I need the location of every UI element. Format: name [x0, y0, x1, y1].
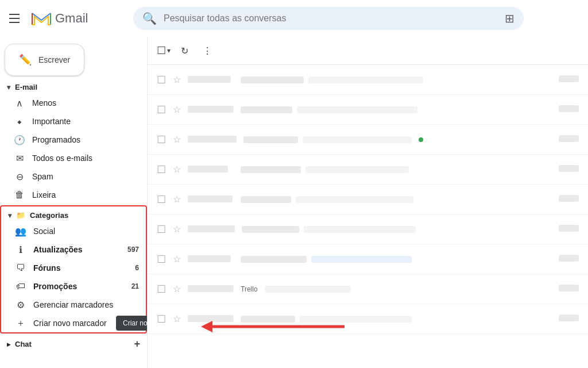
search-icon: 🔍	[142, 12, 157, 25]
email-sender	[188, 105, 234, 114]
sidebar-item-promocoes[interactable]: 🏷 Promoções 21	[1, 277, 146, 296]
todos-icon: ✉	[14, 153, 25, 164]
table-row[interactable]: ☐ ☆	[148, 244, 588, 274]
email-sender	[188, 165, 234, 174]
table-row[interactable]: ☐ ☆ Trello	[148, 274, 588, 304]
pencil-icon: ✏️	[19, 53, 32, 66]
email-sender	[188, 195, 234, 204]
foruns-count: 6	[135, 264, 139, 272]
table-row[interactable]: ☐ ☆	[148, 304, 588, 334]
row-star[interactable]: ☆	[173, 224, 181, 235]
programados-icon: 🕐	[14, 135, 25, 145]
email-content: Trello	[241, 285, 537, 293]
row-star[interactable]: ☆	[173, 283, 181, 294]
refresh-button[interactable]: ↻	[175, 41, 194, 60]
menos-icon: ∧	[14, 98, 25, 109]
chat-arrow-icon: ▸	[7, 340, 10, 348]
sidebar-item-todos[interactable]: ✉ Todos os e-mails	[0, 149, 147, 167]
sidebar-item-atualizacoes[interactable]: ℹ Atualizações 597	[1, 240, 146, 259]
tune-icon[interactable]: ⊞	[505, 12, 514, 25]
sidebar-item-menos[interactable]: ∧ Menos	[0, 94, 147, 112]
row-star[interactable]: ☆	[173, 194, 181, 205]
email-date	[544, 165, 579, 174]
sidebar-item-importante[interactable]: ⬥ Importante	[0, 112, 147, 131]
body: ✏️ Escrever ▾ E-mail ∧ Menos ⬥ Important…	[0, 37, 588, 368]
more-button[interactable]: ⋮	[198, 41, 216, 60]
search-input[interactable]	[164, 13, 498, 24]
header: Gmail 🔍 ⊞	[0, 0, 588, 37]
menu-icon[interactable]	[9, 12, 23, 25]
compose-label: Escrever	[38, 55, 70, 64]
email-sender	[188, 315, 234, 324]
main-content: ☐ ▾ ↻ ⋮ ☐ ☆	[147, 37, 588, 368]
gmail-logo: Gmail	[30, 10, 88, 27]
sidebar-item-programados[interactable]: 🕐 Programados	[0, 131, 147, 149]
row-star[interactable]: ☆	[173, 134, 181, 145]
row-star[interactable]: ☆	[173, 313, 181, 324]
compose-button[interactable]: ✏️ Escrever	[5, 44, 84, 76]
table-row[interactable]: ☐ ☆	[148, 155, 588, 185]
email-content	[241, 166, 537, 173]
categories-section-header[interactable]: ▾ 📁 Categorias	[1, 209, 146, 222]
gmail-text-label: Gmail	[55, 11, 88, 26]
importante-label: Importante	[32, 117, 140, 126]
table-row[interactable]: ☐ ☆	[148, 185, 588, 214]
row-checkbox[interactable]: ☐	[157, 223, 166, 236]
email-toolbar: ☐ ▾ ↻ ⋮	[148, 37, 588, 65]
email-date	[544, 75, 579, 84]
gmail-m-icon	[30, 10, 53, 27]
select-all-wrapper[interactable]: ☐ ▾	[157, 44, 171, 57]
sidebar-item-novo-marcador[interactable]: ＋ Criar novo marcador Criar novo marcado…	[1, 314, 146, 332]
email-arrow-icon: ▾	[7, 83, 10, 91]
row-checkbox[interactable]: ☐	[157, 103, 166, 116]
checkbox-arrow-icon[interactable]: ▾	[167, 47, 171, 55]
row-checkbox[interactable]: ☐	[157, 163, 166, 176]
search-bar[interactable]: 🔍 ⊞	[133, 7, 524, 30]
email-sender	[188, 255, 234, 264]
row-star[interactable]: ☆	[173, 164, 181, 175]
gerenciar-icon: ⚙	[15, 300, 26, 310]
categories-label: Categorias	[30, 211, 68, 220]
promocoes-label: Promoções	[33, 282, 125, 291]
row-star[interactable]: ☆	[173, 104, 181, 115]
email-sender	[188, 225, 235, 234]
email-section-header[interactable]: ▾ E-mail	[0, 80, 147, 94]
row-star[interactable]: ☆	[173, 74, 181, 85]
spam-label: Spam	[32, 172, 140, 181]
sidebar-item-foruns[interactable]: 🗨 Fóruns 6	[1, 259, 146, 277]
checkbox-icon: ☐	[157, 44, 166, 57]
row-checkbox[interactable]: ☐	[157, 133, 166, 146]
email-sender	[188, 135, 237, 144]
foruns-label: Fóruns	[33, 263, 128, 273]
row-checkbox[interactable]: ☐	[157, 283, 166, 296]
sidebar-item-social[interactable]: 👥 Social	[1, 222, 146, 240]
programados-label: Programados	[32, 135, 140, 144]
categories-folder-icon: 📁	[16, 211, 25, 220]
header-left: Gmail	[9, 10, 124, 27]
sidebar-item-lixeira[interactable]: 🗑 Lixeira	[0, 186, 147, 204]
atualizacoes-label: Atualizações	[33, 245, 121, 254]
lixeira-label: Lixeira	[32, 190, 140, 200]
row-checkbox[interactable]: ☐	[157, 313, 166, 325]
email-sender	[188, 75, 234, 85]
email-date	[544, 105, 579, 114]
row-checkbox[interactable]: ☐	[157, 193, 166, 206]
email-section-label: E-mail	[15, 83, 37, 91]
atualizacoes-icon: ℹ	[15, 244, 26, 255]
importante-icon: ⬥	[14, 116, 25, 126]
email-content	[243, 136, 537, 143]
table-row[interactable]: ☐ ☆	[148, 214, 588, 244]
table-row[interactable]: ☐ ☆	[148, 95, 588, 125]
row-star[interactable]: ☆	[173, 254, 181, 264]
row-checkbox[interactable]: ☐	[157, 74, 166, 86]
sidebar-item-spam[interactable]: ⊖ Spam	[0, 167, 147, 186]
atualizacoes-count: 597	[127, 246, 139, 254]
email-content	[241, 316, 537, 323]
table-row[interactable]: ☐ ☆	[148, 65, 588, 95]
sidebar-item-gerenciar[interactable]: ⚙ Gerenciar marcadores	[1, 296, 146, 314]
chat-plus-button[interactable]: +	[134, 338, 140, 350]
social-icon: 👥	[15, 226, 26, 237]
table-row[interactable]: ☐ ☆	[148, 125, 588, 155]
row-checkbox[interactable]: ☐	[157, 253, 166, 266]
chat-section-header[interactable]: ▸ Chat +	[0, 336, 147, 352]
